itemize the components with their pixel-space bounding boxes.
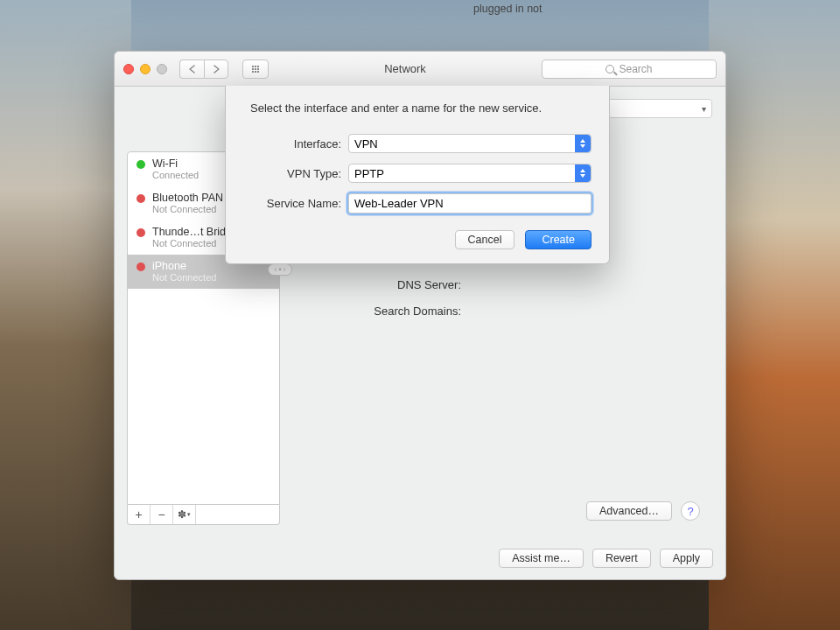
minimize-window[interactable] — [140, 64, 150, 74]
window-footer: Assist me… Revert Apply — [115, 537, 725, 579]
interface-label: Interface: — [243, 137, 348, 150]
desktop-bg-right — [709, 0, 840, 630]
status-led-icon — [136, 160, 145, 169]
service-name: Bluetooth PAN — [152, 192, 223, 204]
status-led-icon — [136, 262, 145, 271]
service-status: Connected — [152, 170, 199, 181]
service-status: Not Connected — [152, 204, 223, 215]
service-name: iPhone — [152, 260, 216, 272]
window-title: Network — [276, 62, 535, 75]
vpn-type-label: VPN Type: — [243, 167, 348, 180]
service-list-footer: + − ✽ ▾ — [127, 505, 280, 525]
label-search-domains: Search Domains: — [293, 304, 468, 318]
chevron-updown-icon — [575, 164, 591, 182]
revert-button[interactable]: Revert — [592, 549, 651, 568]
nav-back-forward — [179, 60, 228, 79]
sheet-heading: Select the interface and enter a name fo… — [243, 102, 592, 115]
search-icon — [606, 65, 614, 74]
vpn-type-select[interactable]: PPTP — [348, 164, 592, 183]
advanced-button[interactable]: Advanced… — [586, 501, 672, 521]
cancel-button[interactable]: Cancel — [455, 230, 515, 249]
close-window[interactable] — [123, 64, 134, 74]
window-traffic-lights — [123, 64, 167, 74]
interface-select[interactable]: VPN — [348, 134, 592, 153]
chevron-down-icon: ▾ — [187, 511, 191, 518]
desktop-bg-left — [0, 0, 131, 630]
reorder-handle-icon[interactable]: ‹•› — [268, 263, 280, 276]
apply-button[interactable]: Apply — [660, 549, 713, 568]
chevron-updown-icon: ▾ — [702, 104, 706, 114]
label-dns: DNS Server: — [293, 278, 468, 291]
help-button[interactable]: ? — [681, 501, 700, 521]
grid-icon — [252, 66, 259, 73]
vpn-type-value: PPTP — [354, 167, 384, 180]
interface-value: VPN — [354, 137, 378, 150]
search-placeholder: Search — [619, 63, 652, 75]
window-titlebar: Network Search — [115, 52, 725, 87]
service-name-label: Service Name: — [243, 197, 348, 210]
add-service-button[interactable]: + — [128, 505, 150, 524]
gear-icon: ✽ — [178, 508, 186, 521]
service-status: Not Connected — [152, 272, 216, 284]
remove-service-button[interactable]: − — [150, 505, 173, 524]
service-actions-menu[interactable]: ✽ ▾ — [173, 505, 196, 524]
back-button[interactable] — [179, 60, 204, 79]
config-select[interactable]: ▾ — [607, 99, 712, 118]
service-name-input[interactable] — [348, 193, 592, 214]
status-blurb: plugged in not — [473, 2, 712, 16]
create-service-sheet: Select the interface and enter a name fo… — [225, 86, 610, 264]
status-led-icon — [136, 228, 145, 237]
chevron-updown-icon — [575, 135, 591, 152]
show-all-button[interactable] — [242, 60, 269, 79]
status-led-icon — [136, 194, 145, 203]
forward-button[interactable] — [204, 60, 228, 79]
search-field[interactable]: Search — [542, 60, 717, 79]
create-button[interactable]: Create — [525, 230, 592, 249]
zoom-window[interactable] — [157, 64, 167, 74]
service-name: Wi-Fi — [152, 158, 199, 170]
network-prefs-window: Network Search Wi-Fi Connected Bluetoot — [114, 51, 726, 580]
assist-me-button[interactable]: Assist me… — [499, 549, 584, 568]
